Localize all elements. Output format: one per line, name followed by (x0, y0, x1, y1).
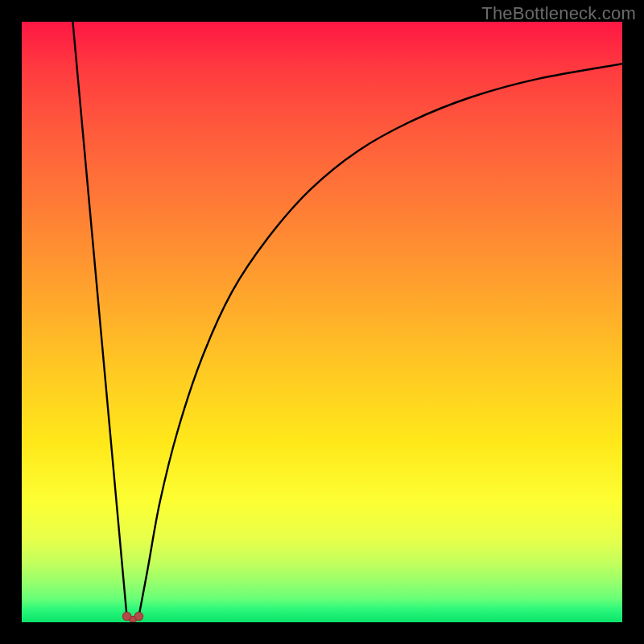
chart-svg (22, 22, 622, 622)
series-curve-right (138, 64, 622, 616)
valley-marker-right (134, 612, 142, 620)
watermark-text: TheBottleneck.com (481, 3, 636, 24)
valley-marker-left (122, 612, 130, 620)
chart-frame (22, 22, 622, 622)
series-line-left (72, 22, 126, 617)
